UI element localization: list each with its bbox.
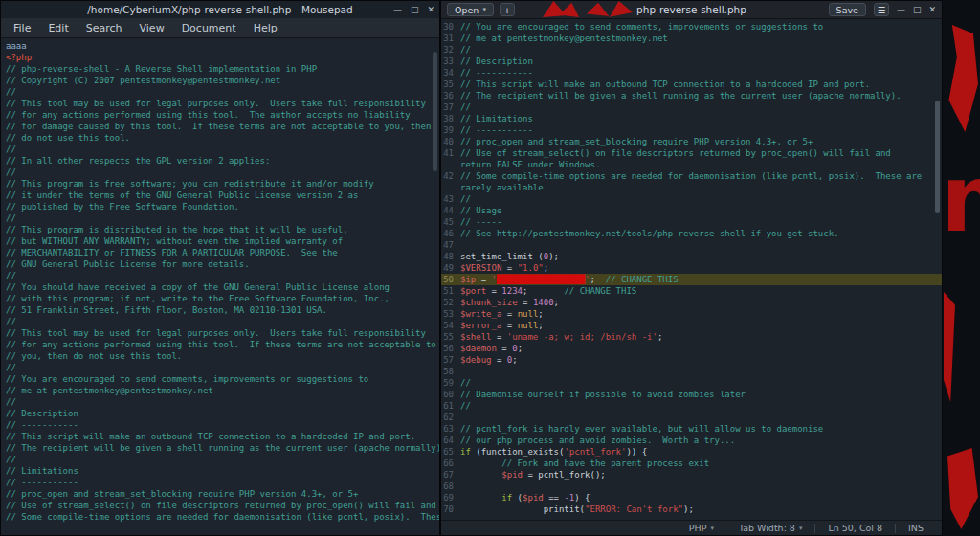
minimize-icon[interactable]: —: [897, 5, 905, 14]
code-line: // it under the terms of the GNU General…: [6, 190, 439, 201]
code-row: 57$debug = 0;: [441, 354, 942, 366]
line-number: 37: [441, 101, 460, 113]
code-line: // Limitations: [6, 465, 439, 477]
code-line: //: [6, 316, 439, 327]
code-row: 67 $pid = pcntl_fork();: [441, 469, 942, 480]
line-number: 46: [441, 228, 460, 239]
menu-item-document[interactable]: Document: [173, 19, 245, 37]
code-row: 51$port = 1234; // CHANGE THIS: [441, 285, 942, 297]
code-row: 65if (function_exists('pcntl_fork')) {: [441, 446, 942, 458]
line-number: 51: [441, 285, 460, 297]
code-row: 70 printit("ERROR: Can't fork");: [441, 503, 942, 515]
language-selector[interactable]: PHP ▾: [677, 521, 726, 535]
code-line: // -----------: [6, 419, 439, 431]
code-row: 47: [441, 239, 942, 251]
left-scrollbar[interactable]: [432, 38, 438, 535]
code-line: // you, then do not use this tool.: [6, 350, 439, 362]
code-line: //: [6, 454, 439, 465]
maximize-icon[interactable]: □: [913, 5, 922, 14]
cursor-position[interactable]: Ln 50, Col 8: [815, 521, 895, 535]
code-line: // The recipient will be given a shell r…: [6, 442, 439, 454]
maximize-icon[interactable]: □: [411, 6, 419, 14]
line-number: 58: [441, 366, 460, 377]
code-row: 46// See http://pentestmonkey.net/tools/…: [441, 228, 942, 239]
line-number: 48: [441, 251, 460, 262]
line-number: 66: [441, 458, 460, 469]
code-row: 64// our php process and avoid zombies. …: [441, 435, 942, 446]
code-row: 66 // Fork and have the parent process e…: [441, 458, 942, 469]
code-line: // -----------: [6, 477, 439, 488]
line-number: 50: [441, 274, 460, 285]
right-headerbar[interactable]: php-reverse-shell.php Open ▾ + Save ☰ — …: [441, 1, 942, 19]
minimize-icon[interactable]: —: [393, 6, 402, 14]
menu-item-file[interactable]: File: [5, 19, 39, 37]
line-number: 33: [441, 56, 460, 67]
code-line: // This tool may be used for legal purpo…: [6, 98, 439, 109]
line-number: 40: [441, 136, 460, 147]
line-number: 68: [441, 480, 460, 492]
save-button[interactable]: Save: [829, 3, 866, 16]
menu-item-help[interactable]: Help: [245, 19, 286, 37]
menu-item-view[interactable]: View: [131, 19, 173, 37]
line-number: 43: [441, 193, 460, 205]
plus-icon: +: [503, 5, 511, 15]
code-row: 56$daemon = 0;: [441, 343, 942, 354]
code-row: 63// pcntl_fork is hardly ever available…: [441, 423, 942, 435]
code-line: // but WITHOUT ANY WARRANTY; without eve…: [6, 235, 439, 247]
close-icon[interactable]: ✕: [928, 5, 936, 14]
code-line: //: [6, 212, 439, 224]
line-number: 41: [441, 147, 460, 159]
menu-item-search[interactable]: Search: [78, 19, 131, 37]
close-icon[interactable]: ✕: [427, 6, 434, 14]
line-number: 67: [441, 469, 460, 480]
code-line: // me at pentestmonkey@pentestmonkey.net: [6, 385, 439, 396]
line-number: 60: [441, 389, 460, 400]
code-line: // In all other respects the GPL version…: [6, 155, 439, 167]
code-line: // proc_open and stream_set_blocking req…: [6, 488, 439, 500]
wallpaper-red-shard-bottom: [947, 448, 978, 529]
right-editor[interactable]: 30// You are encouraged to send comments…: [441, 19, 942, 520]
open-button[interactable]: Open ▾: [447, 3, 494, 16]
line-number: 57: [441, 354, 460, 366]
code-line: // published by the Free Software Founda…: [6, 201, 439, 212]
line-number: 32: [441, 44, 460, 56]
code-line: // GNU General Public License for more d…: [6, 258, 439, 270]
code-row: 68: [441, 480, 942, 492]
code-row: return FALSE under Windows.: [441, 159, 942, 170]
left-titlebar[interactable]: /home/CyberiumX/php-reverse-shell.php - …: [1, 1, 439, 18]
code-row: 38// Limitations: [441, 113, 942, 124]
right-scrollbar[interactable]: [934, 19, 941, 520]
chevron-down-icon: ▾: [799, 525, 803, 532]
line-number: 56: [441, 343, 460, 354]
left-code-lines: aaaa<?php// php-reverse-shell - A Revers…: [6, 40, 439, 523]
line-number: 47: [441, 239, 460, 251]
code-row: 35// This script will make an outbound T…: [441, 78, 942, 90]
code-row: 61//: [441, 400, 942, 412]
code-row: 52$chunk_size = 1400;: [441, 297, 942, 308]
code-line: //: [6, 270, 439, 281]
right-scrollbar-thumb[interactable]: [935, 100, 940, 213]
code-row: 32//: [441, 44, 942, 56]
code-line: <?php: [6, 52, 439, 63]
left-scrollbar-thumb[interactable]: [433, 52, 437, 171]
code-line: // Description: [6, 408, 439, 419]
code-line: // This program is free software; you ca…: [6, 178, 439, 190]
code-row: 44// Usage: [441, 205, 942, 216]
line-number: 52: [441, 297, 460, 308]
code-row: 30// You are encouraged to send comments…: [441, 21, 942, 33]
input-mode[interactable]: INS: [896, 521, 936, 535]
tab-width-selector[interactable]: Tab Width: 8 ▾: [726, 521, 814, 535]
line-number: 59: [441, 377, 460, 389]
new-tab-button[interactable]: +: [500, 3, 515, 16]
line-number: 42: [441, 170, 460, 182]
code-row: rarely available.: [441, 182, 942, 193]
menu-item-edit[interactable]: Edit: [39, 19, 77, 37]
menu-button[interactable]: ☰: [874, 3, 889, 16]
wallpaper-red-sliver: [944, 292, 955, 402]
code-line: // This program is distributed in the ho…: [6, 224, 439, 235]
code-line: //: [6, 167, 439, 178]
code-row: 40// proc_open and stream_set_blocking r…: [441, 136, 942, 147]
line-number: 64: [441, 435, 460, 446]
left-editor[interactable]: aaaa<?php// php-reverse-shell - A Revers…: [1, 38, 439, 535]
code-line: // for damage caused by this tool. If th…: [6, 121, 439, 132]
